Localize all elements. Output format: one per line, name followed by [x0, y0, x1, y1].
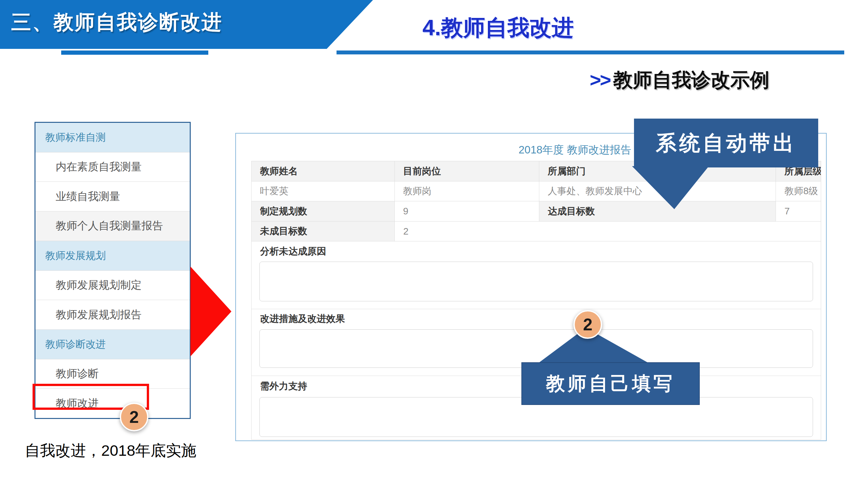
header-teacher-name: 教师姓名	[252, 161, 395, 181]
subtitle-text: 教师自我诊改示例	[613, 69, 769, 91]
analysis-field-wrap	[252, 262, 821, 309]
red-arrow-icon	[190, 266, 231, 356]
step-badge-sidebar: 2	[120, 403, 148, 431]
sidebar-section-self-test[interactable]: 教师标准自测	[35, 123, 190, 152]
sidebar-item-plan-report[interactable]: 教师发展规划报告	[35, 300, 190, 329]
sidebar-item-plan-make[interactable]: 教师发展规划制定	[35, 270, 190, 300]
analysis-textarea[interactable]	[259, 262, 813, 301]
sidebar-item-performance[interactable]: 业绩自我测量	[35, 181, 190, 211]
label-goals-unmet: 未成目标数	[252, 222, 395, 241]
callout-teacher-fills: 教师自己填写	[521, 362, 700, 405]
table-row-values: 叶爱英 教师岗 人事处、教师发展中心 教师8级	[252, 181, 821, 201]
slide: 三、教师自我诊断改进 4.教师自我改进 >>教师自我诊改示例 教师标准自测 内在…	[0, 0, 868, 489]
label-goals-achieved: 达成目标数	[539, 201, 776, 221]
label-improvement: 改进措施及改进效果	[252, 309, 821, 329]
value-current-post: 教师岗	[395, 181, 539, 201]
step-badge-table: 2	[574, 310, 602, 339]
section-title: 4.教师自我改进	[423, 13, 574, 43]
banner-strip	[61, 51, 208, 55]
subtitle: >>教师自我诊改示例	[590, 67, 769, 93]
sidebar-section-diagnosis-improve[interactable]: 教师诊断改进	[35, 329, 190, 359]
sidebar-item-inner-quality[interactable]: 内在素质自我测量	[35, 152, 190, 182]
banner-title: 三、教师自我诊断改进	[11, 8, 223, 36]
table-row-unmet: 未成目标数 2	[252, 222, 821, 241]
sidebar-section-development-plan[interactable]: 教师发展规划	[35, 241, 190, 270]
value-plans-made: 9	[395, 201, 539, 221]
table-row-plans: 制定规划数 9 达成目标数 7	[252, 201, 821, 222]
sidebar-menu: 教师标准自测 内在素质自我测量 业绩自我测量 教师个人自我测量报告 教师发展规划…	[34, 122, 191, 419]
double-chevron-icon: >>	[590, 69, 610, 91]
label-analysis: 分析未达成原因	[252, 241, 821, 262]
callout-auto-filled: 系统自动带出	[634, 119, 818, 168]
value-level: 教师8级	[776, 181, 821, 201]
value-teacher-name: 叶爱英	[252, 181, 395, 201]
header-current-post: 目前岗位	[395, 161, 539, 181]
value-goals-unmet: 2	[395, 222, 821, 241]
value-goals-achieved: 7	[776, 201, 821, 221]
bottom-note: 自我改进，2018年底实施	[25, 440, 196, 461]
sidebar-item-self-report[interactable]: 教师个人自我测量报告	[35, 211, 190, 241]
label-plans-made: 制定规划数	[252, 201, 395, 221]
title-underline	[337, 51, 844, 54]
